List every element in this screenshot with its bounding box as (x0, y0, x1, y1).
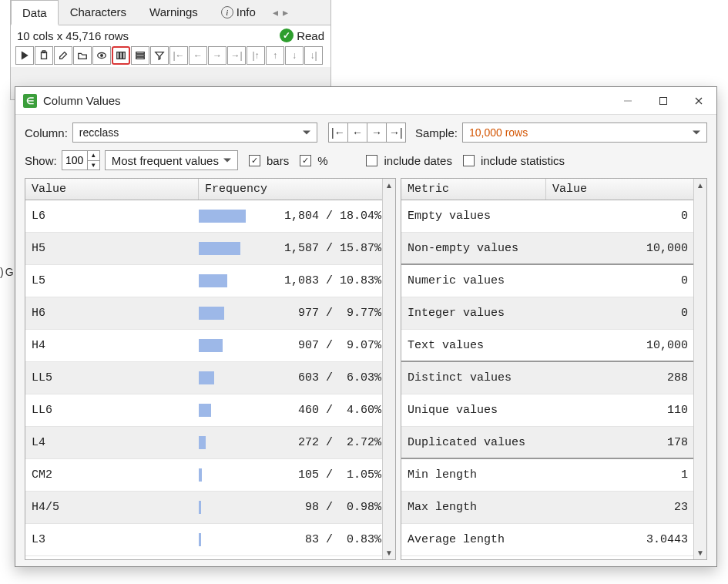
edit-button[interactable] (54, 46, 72, 65)
sample-last-button[interactable]: →| (386, 123, 406, 143)
table-row[interactable]: LL6 460 / 4.60% (25, 394, 395, 427)
freq-value-cell: LL5 (25, 371, 199, 384)
table-row[interactable]: CM2 105 / 1.05% (25, 459, 395, 492)
minimize-button[interactable] (610, 87, 646, 114)
metric-name-cell: Average length (401, 533, 546, 546)
mode-select[interactable]: Most frequent values (105, 150, 238, 170)
table-row[interactable]: L61,804 / 18.04% (25, 200, 395, 233)
table-row[interactable]: H4 907 / 9.07% (25, 330, 395, 362)
metrics-header-metric[interactable]: Metric (401, 179, 546, 200)
bottom-button[interactable]: ↓| (304, 46, 323, 65)
tab-characters[interactable]: Characters (59, 0, 138, 25)
freq-count-cell: 1,587 / 15.87% (199, 242, 395, 255)
tab-warnings[interactable]: Warnings (138, 0, 210, 25)
freq-scrollbar[interactable]: ▲ ▼ (382, 179, 395, 559)
scroll-down-icon[interactable]: ▼ (383, 546, 395, 559)
freq-count-cell: 272 / 2.72% (199, 436, 395, 449)
freq-bar (199, 242, 240, 255)
clipboard-button[interactable] (35, 46, 53, 65)
freq-count-cell: 98 / 0.98% (199, 501, 395, 514)
metrics-header-value[interactable]: Value (546, 179, 706, 200)
table-row[interactable]: H4/5 98 / 0.98% (25, 492, 395, 524)
tabs-scroll-left-icon[interactable]: ◂ (270, 6, 280, 18)
maximize-button[interactable] (646, 87, 681, 114)
table-row[interactable]: H6 977 / 9.77% (25, 297, 395, 330)
top-button[interactable]: |↑ (247, 46, 265, 65)
next-button[interactable]: → (208, 46, 226, 65)
include-dates-checkbox[interactable] (366, 155, 377, 166)
last-button[interactable]: →| (227, 46, 246, 65)
table-row[interactable]: Non-empty values10,000 (401, 233, 706, 265)
table-row[interactable]: Duplicated values178 (401, 427, 706, 459)
table-row[interactable]: L4 272 / 2.72% (25, 427, 395, 459)
percent-checkbox[interactable]: ✓ (300, 155, 311, 166)
table-row[interactable]: Average length3.0443 (401, 524, 706, 556)
metric-name-cell: Text values (401, 339, 546, 352)
table-row[interactable]: LL5 603 / 6.03% (25, 362, 395, 394)
bars-checkbox[interactable]: ✓ (249, 155, 260, 166)
sample-next-button[interactable]: → (367, 123, 387, 143)
filter-button[interactable] (150, 46, 169, 65)
show-label: Show: (25, 154, 57, 167)
sample-first-button[interactable]: |← (328, 123, 348, 143)
table-row[interactable]: Text values10,000 (401, 330, 706, 362)
freq-bar (199, 371, 214, 384)
freq-header-value[interactable]: Value (25, 179, 199, 200)
table-row[interactable]: Integer values0 (401, 297, 706, 330)
sample-prev-button[interactable]: ← (347, 123, 367, 143)
close-button[interactable] (681, 87, 716, 114)
frequency-table: Value Frequency L61,804 / 18.04%H51,587 … (25, 178, 396, 560)
freq-bar (199, 436, 206, 449)
table-row[interactable]: Numeric values0 (401, 265, 706, 297)
column-values-button[interactable] (112, 46, 130, 65)
column-values-dialog: ∈ Column Values Column: recclass |← ← → … (15, 86, 717, 567)
titlebar[interactable]: ∈ Column Values (15, 87, 716, 115)
table-row[interactable]: L3 83 / 0.83% (25, 524, 395, 556)
table-row[interactable]: Max length23 (401, 492, 706, 524)
tabs-scroll-right-icon[interactable]: ▸ (280, 6, 290, 18)
include-stats-label: include statistics (481, 154, 565, 167)
freq-header-frequency[interactable]: Frequency (199, 179, 395, 200)
toolbar: |← ← → →| |↑ ↑ ↓ ↓| (11, 44, 330, 67)
table-row[interactable]: H51,587 / 15.87% (25, 233, 395, 265)
freq-value-cell: L6 (25, 210, 199, 223)
up-button[interactable]: ↑ (266, 46, 284, 65)
table-row[interactable]: L51,083 / 10.83% (25, 265, 395, 297)
scroll-up-icon[interactable]: ▲ (694, 179, 706, 192)
tab-info[interactable]: iInfo (210, 0, 267, 25)
svg-rect-6 (120, 52, 122, 59)
down-button[interactable]: ↓ (285, 46, 304, 65)
open-folder-button[interactable] (73, 46, 92, 65)
metric-name-cell: Non-empty values (401, 242, 546, 255)
freq-value-cell: CM2 (25, 468, 199, 482)
freq-value-cell: H5 (25, 242, 199, 255)
table-row[interactable]: Distinct values288 (401, 362, 706, 394)
metrics-scrollbar[interactable]: ▲ ▼ (693, 179, 706, 559)
freq-count-cell: 105 / 1.05% (199, 468, 395, 482)
show-count-down[interactable]: ▼ (88, 161, 99, 170)
info-icon: i (221, 6, 233, 18)
show-count-stepper[interactable]: ▲▼ (62, 150, 100, 170)
view-button[interactable] (92, 46, 111, 65)
sample-select[interactable]: 10,000 rows (462, 123, 707, 143)
dimensions-label: 10 cols x 45,716 rows (17, 29, 129, 42)
row-values-button[interactable] (131, 46, 149, 65)
metric-name-cell: Numeric values (401, 274, 546, 287)
table-row[interactable]: Unique values110 (401, 394, 706, 427)
metric-value-cell: 0 (546, 274, 706, 287)
column-select[interactable]: recclass (72, 123, 317, 143)
percent-label: % (317, 154, 327, 167)
show-count-input[interactable] (62, 153, 87, 167)
scroll-up-icon[interactable]: ▲ (383, 179, 395, 192)
include-stats-checkbox[interactable] (463, 155, 475, 166)
show-count-up[interactable]: ▲ (88, 151, 99, 161)
run-button[interactable] (15, 46, 34, 65)
freq-value-cell: L3 (25, 533, 199, 546)
scroll-down-icon[interactable]: ▼ (694, 546, 706, 559)
tab-data[interactable]: Data (11, 0, 59, 25)
first-button[interactable]: |← (169, 46, 188, 65)
prev-button[interactable]: ← (189, 46, 207, 65)
table-row[interactable]: Empty values0 (401, 200, 706, 233)
freq-value-cell: L5 (25, 274, 199, 287)
table-row[interactable]: Min length1 (401, 459, 706, 492)
